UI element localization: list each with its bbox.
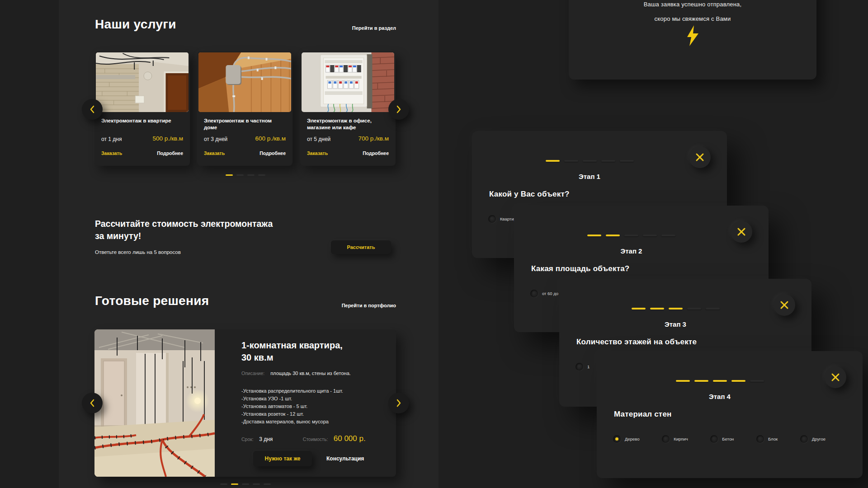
option-area[interactable]: от 60 до	[530, 290, 558, 297]
service-title: Электромонтаж в квартире	[101, 117, 183, 124]
carousel-dash[interactable]	[236, 174, 244, 176]
service-price: 600 р./кв.м	[255, 135, 286, 142]
service-order-link[interactable]: Заказать	[101, 150, 122, 156]
step-label: Этап 3	[549, 320, 802, 328]
radio-icon[interactable]	[488, 215, 496, 223]
option-one-floor[interactable]: 1	[576, 363, 590, 371]
service-title: Электромонтаж в частном доме	[204, 117, 285, 131]
portfolio-prev-button[interactable]	[82, 393, 103, 413]
close-icon	[831, 373, 840, 382]
progress-dash	[632, 308, 646, 310]
chevron-right-icon	[396, 105, 402, 113]
option-block[interactable]: Блок	[756, 435, 778, 443]
close-button[interactable]	[731, 221, 752, 243]
progress-dash	[583, 160, 597, 162]
carousel-dash[interactable]	[247, 174, 255, 176]
progress-dash	[731, 380, 745, 382]
radio-icon[interactable]	[710, 435, 718, 443]
close-button[interactable]	[774, 294, 795, 316]
option-wood[interactable]: Дерево	[613, 435, 640, 443]
portfolio-carousel-dots	[94, 483, 396, 485]
portfolio-summary-row: Срок: 3 дня Стоимость: 60 000 р.	[241, 434, 386, 443]
progress-bar	[504, 235, 759, 236]
services-section-link[interactable]: Перейти в раздел	[289, 25, 396, 31]
radio-icon[interactable]	[576, 363, 583, 371]
close-icon	[780, 300, 789, 310]
carousel-dash[interactable]	[258, 174, 265, 176]
carousel-dash[interactable]	[242, 483, 249, 485]
service-title: Электромонтаж в офисе, магазине или кафе	[307, 117, 388, 131]
portfolio-description-row: Описание: площадь 30 кв.м, стены из бето…	[241, 371, 351, 376]
step-label: Этап 2	[504, 247, 759, 255]
consultation-link[interactable]: Консультация	[326, 455, 364, 462]
radio-icon[interactable]	[756, 435, 764, 443]
service-details-link[interactable]: Подробнее	[157, 150, 183, 156]
progress-dash	[669, 308, 683, 310]
radio-icon[interactable]	[530, 290, 538, 297]
quiz-modal-step-4: Этап 4 Материал стен Дерево Кирпич Бетон…	[597, 351, 863, 478]
chevron-left-icon	[89, 399, 95, 407]
close-icon	[737, 227, 746, 236]
close-button[interactable]	[689, 146, 711, 168]
carousel-dash[interactable]	[264, 483, 271, 485]
lightning-icon	[686, 25, 699, 46]
service-photo-wooden-house	[198, 52, 291, 112]
progress-dash	[587, 235, 601, 236]
cost-value: 60 000 р.	[334, 434, 366, 443]
service-card: Электромонтаж в квартире от 1 дня 500 р.…	[94, 51, 190, 166]
close-button[interactable]	[825, 366, 846, 388]
progress-dash	[706, 308, 720, 310]
carousel-dash[interactable]	[231, 483, 238, 485]
radio-icon[interactable]	[613, 435, 621, 443]
option-concrete[interactable]: Бетон	[710, 435, 734, 443]
progress-dash	[643, 235, 657, 236]
portfolio-section-link[interactable]: Перейти в портфолио	[289, 303, 396, 308]
carousel-dash[interactable]	[253, 483, 260, 485]
page: Наши услуги Перейти в раздел	[0, 0, 868, 488]
carousel-dash[interactable]	[226, 174, 233, 176]
progress-dash	[606, 235, 620, 236]
want-same-button[interactable]: Нужно так же	[253, 451, 312, 466]
service-order-link[interactable]: Заказать	[307, 150, 328, 156]
description-value: площадь 30 кв.м, стены из бетона.	[270, 371, 351, 376]
list-item: -Установка УЗО -1 шт.	[241, 395, 343, 403]
step-question: Какой у Вас объект?	[489, 190, 570, 199]
success-toast: Ваша заявка успешно отправлена, скоро мы…	[569, 0, 816, 80]
progress-dash	[676, 380, 690, 382]
options-row: 1	[576, 363, 590, 371]
chevron-left-icon	[89, 105, 95, 113]
chevron-right-icon	[396, 399, 402, 407]
carousel-dash[interactable]	[220, 483, 227, 485]
service-order-link[interactable]: Заказать	[204, 150, 225, 156]
progress-bar	[587, 380, 853, 382]
description-label: Описание:	[241, 371, 264, 376]
service-details-link[interactable]: Подробнее	[259, 150, 286, 156]
portfolio-photo-apartment	[94, 329, 215, 477]
services-carousel-dots	[94, 174, 396, 176]
portfolio-next-button[interactable]	[388, 393, 409, 413]
list-item: -Установка розеток - 12 шт.	[241, 410, 343, 418]
step-question: Какая площадь объекта?	[531, 264, 629, 273]
progress-bar	[549, 308, 802, 310]
services-prev-button[interactable]	[82, 99, 103, 120]
term-value: 3 дня	[259, 436, 273, 442]
progress-dash	[713, 380, 727, 382]
service-duration: от 1 дня	[101, 136, 122, 142]
radio-icon[interactable]	[800, 435, 808, 443]
radio-icon[interactable]	[662, 435, 670, 443]
service-duration: от 3 дней	[204, 136, 227, 142]
progress-dash	[601, 160, 615, 162]
calculator-title: Рассчитайте стоимость электромонтажа за …	[95, 218, 273, 242]
service-details-link[interactable]: Подробнее	[363, 150, 389, 156]
option-other[interactable]: Другое	[800, 435, 826, 443]
option-brick[interactable]: Кирпич	[662, 435, 688, 443]
calculate-button[interactable]: Рассчитать	[331, 240, 391, 254]
step-question: Количество этажей на объекте	[576, 338, 697, 347]
calculator-subtitle: Ответьте всего лишь на 5 вопросов	[95, 249, 181, 255]
services-next-button[interactable]	[388, 99, 409, 120]
service-price: 700 р./кв.м	[359, 135, 389, 142]
portfolio-section-title: Готовые решения	[95, 294, 209, 308]
cost-label: Стоимость:	[303, 436, 328, 442]
progress-dash	[650, 308, 664, 310]
portfolio-item-title: 1-комнатная квартира, 30 кв.м	[241, 339, 343, 364]
